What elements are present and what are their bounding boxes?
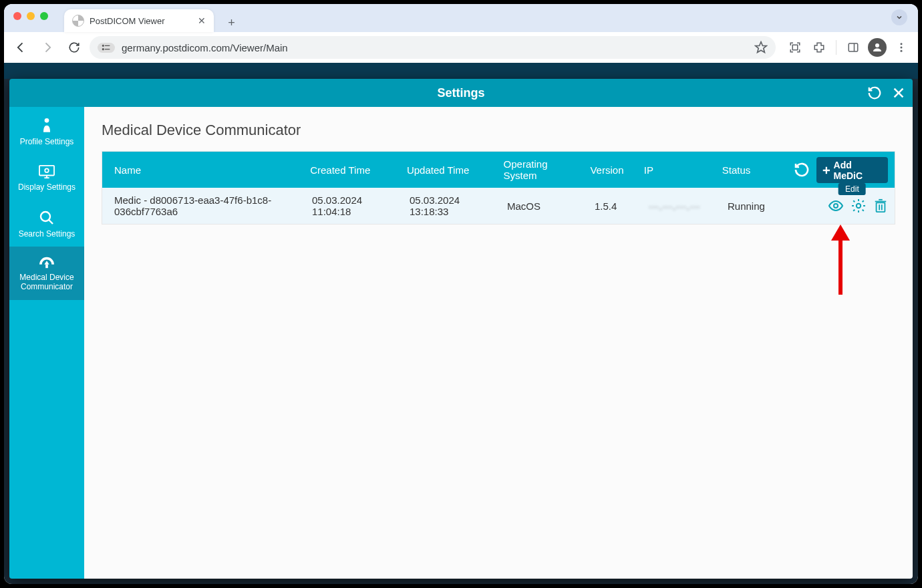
svg-line-20 — [49, 220, 53, 224]
nav-profile-settings[interactable]: Profile Settings — [9, 107, 84, 155]
cell-created: 05.03.2024 11:04:18 — [307, 194, 404, 217]
add-medic-label: Add MeDiC — [834, 160, 883, 181]
site-info-icon[interactable] — [98, 43, 115, 53]
svg-rect-15 — [39, 166, 54, 176]
nav-label: Search Settings — [19, 230, 75, 239]
modal-header: Settings — [9, 79, 913, 107]
url-bar[interactable]: germany.postdicom.com/Viewer/Main — [90, 36, 776, 59]
window-maximize-button[interactable] — [40, 12, 48, 20]
modal-close-icon[interactable] — [891, 86, 906, 100]
col-created[interactable]: Created Time — [305, 164, 402, 176]
svg-point-19 — [41, 212, 50, 221]
tab-title: PostDICOM Viewer — [90, 16, 164, 26]
cell-os: MacOS — [502, 200, 589, 212]
col-name[interactable]: Name — [109, 164, 305, 176]
nav-forward-button[interactable] — [36, 36, 59, 59]
modal-refresh-icon[interactable] — [867, 86, 882, 100]
svg-point-10 — [901, 47, 903, 49]
kebab-menu-icon[interactable] — [890, 36, 913, 59]
svg-rect-6 — [849, 43, 858, 51]
modal-title: Settings — [437, 86, 484, 100]
cell-version: 1.5.4 — [589, 200, 643, 212]
nav-label: Profile Settings — [20, 138, 74, 147]
svg-rect-5 — [792, 45, 798, 50]
settings-modal: Settings — [9, 79, 913, 579]
tab-favicon-icon — [72, 15, 84, 27]
tab-close-icon[interactable]: ✕ — [198, 15, 206, 26]
cell-name: Medic - d8006713-eaa3-47f6-b1c8-036cbf77… — [109, 194, 307, 217]
nav-back-button[interactable] — [9, 36, 32, 59]
col-version[interactable]: Version — [585, 164, 638, 176]
col-os[interactable]: Operating System — [498, 158, 585, 181]
nav-medical-device-communicator[interactable]: Medical Device Communicator — [9, 247, 84, 300]
tab-search-button[interactable] — [891, 9, 907, 25]
browser-toolbar: germany.postdicom.com/Viewer/Main — [4, 32, 918, 63]
col-ip[interactable]: IP — [639, 164, 717, 176]
svg-rect-21 — [45, 265, 48, 268]
svg-point-9 — [901, 43, 903, 45]
col-status[interactable]: Status — [717, 164, 794, 176]
nav-search-settings[interactable]: Search Settings — [9, 200, 84, 247]
svg-point-0 — [102, 45, 104, 46]
svg-rect-26 — [877, 202, 885, 212]
svg-point-18 — [45, 168, 49, 172]
table-header: Name Created Time Updated Time Operating… — [102, 152, 895, 188]
table-refresh-icon[interactable] — [794, 162, 810, 178]
svg-point-24 — [834, 204, 838, 208]
row-edit-gear-icon[interactable] — [851, 198, 867, 214]
svg-point-2 — [102, 48, 104, 49]
bookmark-star-icon[interactable] — [754, 41, 768, 54]
col-updated[interactable]: Updated Time — [402, 164, 498, 176]
new-tab-button[interactable]: + — [222, 13, 241, 32]
window-controls — [13, 12, 48, 20]
edit-tooltip: Edit — [838, 183, 866, 195]
app-viewport: Settings — [4, 63, 918, 584]
row-view-icon[interactable] — [828, 198, 844, 214]
side-panel-icon[interactable] — [842, 36, 865, 59]
settings-sidenav: Profile Settings Display Settings Search… — [9, 107, 84, 579]
cell-status: Running — [722, 200, 800, 212]
svg-point-25 — [857, 204, 861, 208]
row-delete-icon[interactable] — [873, 198, 888, 214]
url-text: germany.postdicom.com/Viewer/Main — [122, 42, 288, 53]
extensions-icon[interactable] — [808, 36, 830, 59]
profile-avatar-icon[interactable] — [866, 36, 889, 59]
browser-tab[interactable]: PostDICOM Viewer ✕ — [64, 9, 214, 32]
svg-point-14 — [45, 118, 49, 123]
add-medic-button[interactable]: Add MeDiC Edit — [816, 157, 888, 183]
page-title: Medical Device Communicator — [102, 122, 895, 139]
nav-reload-button[interactable] — [63, 36, 86, 59]
settings-content: Medical Device Communicator Name Created… — [84, 107, 913, 579]
medic-table: Name Created Time Updated Time Operating… — [102, 151, 895, 225]
browser-tabstrip: PostDICOM Viewer ✕ + — [4, 4, 918, 32]
table-row[interactable]: Medic - d8006713-eaa3-47f6-b1c8-036cbf77… — [102, 188, 895, 224]
cell-ip: ···.···.···.··· — [643, 200, 722, 212]
svg-point-11 — [901, 50, 903, 52]
nav-label: Display Settings — [18, 183, 75, 192]
window-close-button[interactable] — [13, 12, 21, 20]
svg-marker-4 — [756, 42, 767, 53]
ext-focus-icon[interactable] — [784, 36, 806, 59]
nav-display-settings[interactable]: Display Settings — [9, 155, 84, 200]
nav-label: Medical Device Communicator — [12, 273, 82, 292]
svg-point-8 — [875, 43, 879, 47]
window-minimize-button[interactable] — [27, 12, 35, 20]
cell-updated: 05.03.2024 13:18:33 — [404, 194, 502, 217]
